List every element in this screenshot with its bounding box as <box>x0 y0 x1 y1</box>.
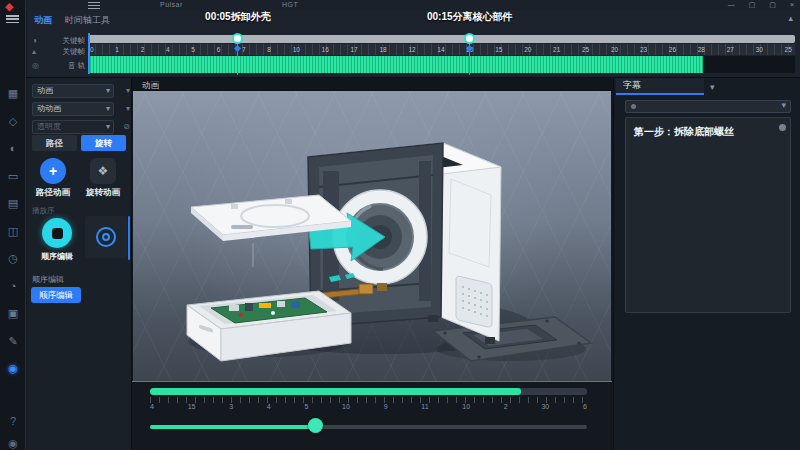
ruler-tick-label: 20 <box>524 44 531 54</box>
marker-time-label: 00:15分离核心部件 <box>427 10 513 24</box>
close-button[interactable]: × <box>790 0 794 10</box>
laptop-tool-icon[interactable]: ▤ <box>0 194 26 214</box>
ruler-tick-label: 18 <box>379 44 386 54</box>
polygon-tool-icon[interactable]: ◇ <box>0 112 26 132</box>
playhead-handle[interactable] <box>464 33 475 44</box>
audio-track[interactable] <box>88 56 795 73</box>
ruler-tick-label: 5 <box>191 44 195 54</box>
image-tool-icon[interactable]: ▣ <box>0 304 26 324</box>
animation-select[interactable]: 动动画▾ <box>32 102 114 116</box>
ruler-tick-label: 28 <box>698 44 705 54</box>
ruler-tick-label: 10 <box>293 44 300 54</box>
ruler-tick-label: 12 <box>408 44 415 54</box>
ruler-tick-label: 17 <box>351 44 358 54</box>
user-icon[interactable]: ◉ <box>0 434 26 450</box>
expand-icon[interactable]: ▾ <box>126 104 130 113</box>
ruler-tick-label: 8 <box>267 44 271 54</box>
target-icon <box>96 227 116 247</box>
ruler-tick-label: 21 <box>553 44 560 54</box>
sequence-section-label: 顺序编辑 <box>32 274 64 285</box>
timeline-scrubber[interactable] <box>88 35 795 43</box>
path-animation-button[interactable]: + 路径动画 <box>31 158 75 199</box>
mode-toggle-idle[interactable]: 路径 <box>32 135 77 151</box>
timeline-start-marker <box>88 33 90 74</box>
restore-button[interactable]: ▢ <box>749 0 756 10</box>
slider-thumb[interactable] <box>308 418 323 433</box>
maximize-button[interactable]: ▢ <box>769 0 776 10</box>
animation-select[interactable]: 动画▾ <box>32 84 114 98</box>
viewport-column: 动画 <box>132 78 613 450</box>
plus-icon: + <box>40 158 66 184</box>
pen-tool-icon[interactable]: ✎ <box>0 332 26 352</box>
sequence-edit-button[interactable]: 顺序编辑 <box>31 287 81 303</box>
monitor-tool-icon[interactable]: ▭ <box>0 167 26 187</box>
ruler-tick-label: 2 <box>141 44 145 54</box>
playhead-handle[interactable] <box>232 33 243 44</box>
sphere-tool-icon[interactable]: ◐ <box>0 139 26 159</box>
ruler-tick-label: 1 <box>115 44 119 54</box>
collapse-timeline-icon[interactable]: ▴ <box>788 13 793 23</box>
sequence-edit-tool-button[interactable]: 顺序编辑 <box>31 218 83 262</box>
ruler-tick-label: 15 <box>495 44 502 54</box>
ruler-tick-label: 7 <box>242 44 246 54</box>
tool-panel-scrollbar[interactable] <box>128 216 130 260</box>
rotate-icon: ❖ <box>90 158 116 184</box>
viewport-tick-label: 2 <box>504 403 508 410</box>
ruler-tick-label: 30 <box>756 44 763 54</box>
viewport-tick-label: 4 <box>267 403 271 410</box>
pie-tool-icon[interactable]: ◔ <box>0 277 26 297</box>
tab-subtitle[interactable]: 字幕 <box>616 78 704 95</box>
subtitle-panel: 字幕 ▾ ▾ 第一步：拆除底部螺丝 <box>613 78 800 450</box>
dropdown-row: 动画▾▾ <box>30 84 130 99</box>
viewport-tick-label: 11 <box>421 403 428 410</box>
pin-tool-icon[interactable]: ◉ <box>0 359 26 379</box>
tab-animation[interactable]: 动画 <box>34 14 52 27</box>
ruler-tick-label: 23 <box>640 44 647 54</box>
viewport-tick-label: 6 <box>583 403 587 410</box>
dropdown-dot-icon <box>631 104 636 109</box>
disabled-icon[interactable]: ⊘ <box>123 122 130 131</box>
viewport-tick-label: 15 <box>188 403 196 410</box>
menu-icon[interactable] <box>88 2 100 9</box>
titlebar-project-name: HGT <box>282 1 298 8</box>
textarea-scroll-thumb[interactable] <box>779 124 786 131</box>
target-tool-button[interactable] <box>85 216 127 258</box>
ruler-tick-label: 4 <box>166 44 170 54</box>
chevron-down-icon: ▾ <box>106 103 110 115</box>
ruler-tick-label: 0 <box>90 44 94 54</box>
ruler-tick-label: 26 <box>669 44 676 54</box>
subtitle-text-area[interactable]: 第一步：拆除底部螺丝 <box>625 117 791 313</box>
marker-time-label: 00:05拆卸外壳 <box>205 10 271 24</box>
track-row-label: 音 轨 <box>27 61 85 71</box>
titlebar-app-name: Pulsar <box>160 1 183 8</box>
subtitle-tab-chevron-icon[interactable]: ▾ <box>710 82 715 92</box>
mode-toggle-active[interactable]: 旋转 <box>81 135 126 151</box>
clock-tool-icon[interactable]: ◷ <box>0 249 26 269</box>
grid-tool-icon[interactable]: ▦ <box>0 84 26 104</box>
track-row-label: 关键帧 <box>27 47 85 57</box>
help-icon[interactable]: ? <box>0 412 26 432</box>
playback-slider[interactable] <box>150 425 587 429</box>
minimize-button[interactable]: — <box>728 0 735 10</box>
playback-section-label: 播放序 <box>32 206 55 216</box>
viewport-tick-label: 10 <box>342 403 350 410</box>
panels-tool-icon[interactable]: ◫ <box>0 222 26 242</box>
viewport-timeline-strip: 41534510911102306 <box>132 381 612 450</box>
rotate-animation-button[interactable]: ❖ 旋转动画 <box>81 158 125 199</box>
animation-select: 透明度▾ <box>32 120 114 134</box>
track-row-label: 关键帧 <box>27 36 85 46</box>
animation-progress-bar[interactable] <box>150 388 587 395</box>
viewport-tick-label: 30 <box>541 403 549 410</box>
animation-tool-panel: 动画▾▾动动画▾▾透明度▾⊘ 路径旋转 + 路径动画 ❖ 旋转动画 播放序 顺序… <box>27 78 132 450</box>
3d-viewport[interactable] <box>133 91 611 381</box>
subtitle-dropdown[interactable]: ▾ <box>625 100 791 113</box>
progress-fill <box>150 388 521 395</box>
viewport-ruler-labels: 41534510911102306 <box>150 403 587 410</box>
expand-icon[interactable]: ▾ <box>126 86 130 95</box>
dropdown-row: 动动画▾▾ <box>30 102 130 117</box>
sequence-donut-icon <box>42 218 72 248</box>
slider-fill <box>150 425 316 429</box>
sidebar-menu-icon[interactable] <box>6 15 19 23</box>
tab-timeline-tools[interactable]: 时间轴工具 <box>65 14 110 27</box>
window-controls: —▢▢× <box>728 0 794 10</box>
